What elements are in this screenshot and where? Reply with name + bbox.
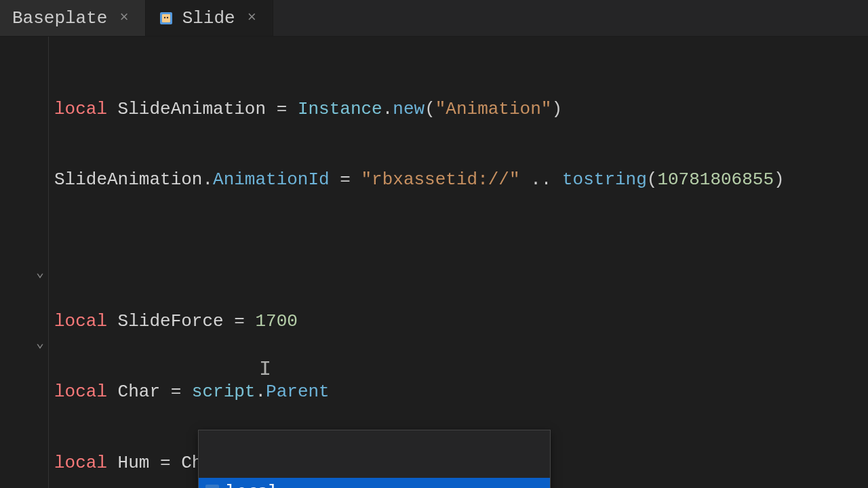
script-icon	[158, 10, 174, 26]
code-line: local SlideAnimation = Instance.new("Ani…	[54, 98, 868, 121]
code-editor[interactable]: ⌄ ⌄ local SlideAnimation = Instance.new(…	[0, 37, 868, 488]
code-line: local SlideForce = 1700	[54, 310, 868, 333]
chevron-down-icon[interactable]: ⌄	[36, 264, 44, 281]
tab-baseplate[interactable]: Baseplate ×	[0, 0, 146, 36]
code-line: local Char = script.Parent	[54, 380, 868, 404]
code-area[interactable]: local SlideAnimation = Instance.new("Ani…	[49, 37, 868, 488]
close-icon[interactable]: ×	[243, 8, 260, 28]
autocomplete-label: local	[226, 480, 279, 488]
svg-point-2	[163, 16, 165, 18]
tab-label: Slide	[182, 8, 235, 28]
tab-slide[interactable]: Slide ×	[146, 0, 273, 36]
code-line: SlideAnimation.AnimationId = "rbxassetid…	[54, 168, 868, 192]
autocomplete-item[interactable]: ▬ local	[199, 478, 550, 488]
chevron-down-icon[interactable]: ⌄	[36, 334, 44, 351]
tab-label: Baseplate	[12, 8, 107, 28]
tab-bar: Baseplate × Slide ×	[0, 0, 868, 37]
svg-rect-1	[162, 14, 170, 22]
autocomplete-popup: ▬ local ◉ loadstring	[198, 430, 551, 488]
gutter: ⌄ ⌄	[0, 37, 49, 488]
keyword-icon: ▬	[205, 485, 219, 488]
ibeam-cursor-icon: I	[259, 358, 271, 382]
svg-point-3	[166, 16, 167, 18]
code-line	[54, 239, 868, 262]
close-icon[interactable]: ×	[115, 8, 132, 28]
